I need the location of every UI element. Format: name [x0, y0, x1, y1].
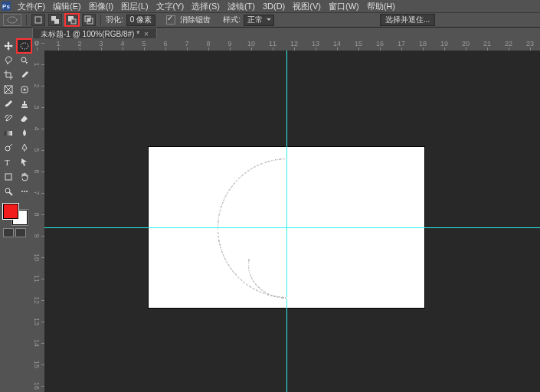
lasso-tool-icon[interactable]	[1, 54, 15, 67]
history-brush-tool-icon[interactable]	[1, 112, 15, 126]
svg-line-23	[9, 192, 12, 195]
ruler-tick: 2	[77, 40, 81, 47]
ruler-tick: 16	[376, 40, 384, 47]
ruler-tick: 6	[163, 40, 167, 47]
ruler-tick: 5	[142, 40, 146, 47]
rectangle-tool-icon[interactable]	[1, 170, 15, 184]
antialias-checkbox[interactable]	[166, 15, 175, 24]
feather-input[interactable]: 0 像素	[126, 15, 155, 26]
svg-point-15	[23, 89, 25, 91]
color-swatches[interactable]	[2, 202, 31, 225]
quick-select-tool-icon[interactable]	[17, 54, 31, 67]
selection-new-icon[interactable]	[31, 14, 45, 26]
menu-layer[interactable]: 图层(L)	[117, 1, 152, 12]
edit-toolbar-icon[interactable]	[17, 185, 31, 198]
ruler-tick: 13	[33, 318, 41, 325]
dodge-tool-icon[interactable]	[1, 141, 15, 155]
menu-3d[interactable]: 3D(D)	[259, 2, 289, 11]
ellipse-marquee-tool-icon[interactable]	[17, 39, 31, 53]
menubar: Ps 文件(F) 编辑(E) 图像(I) 图层(L) 文字(Y) 选择(S) 滤…	[0, 0, 540, 12]
blur-tool-icon[interactable]	[17, 126, 31, 140]
eyedropper-tool-icon[interactable]	[17, 68, 31, 82]
ruler-tick: 2	[33, 83, 41, 87]
feather-label: 羽化:	[106, 15, 123, 25]
ruler-tick: 12	[33, 296, 41, 304]
ruler-horizontal[interactable]: 01234567891011121314151617181920212223	[44, 38, 540, 51]
path-select-tool-icon[interactable]	[17, 155, 31, 169]
ruler-tick: 1	[56, 40, 60, 47]
svg-rect-1	[35, 17, 41, 23]
selection-intersect-icon[interactable]	[82, 14, 96, 26]
svg-rect-16	[5, 131, 12, 136]
crop-tool-icon[interactable]	[1, 68, 15, 82]
menu-view[interactable]: 视图(V)	[289, 1, 325, 12]
ruler-tick: 17	[398, 40, 405, 47]
ruler-tick: 8	[206, 40, 210, 47]
frame-tool-icon[interactable]	[1, 83, 15, 96]
type-tool-icon[interactable]: T	[1, 155, 15, 169]
menu-edit[interactable]: 编辑(E)	[49, 1, 85, 12]
svg-line-18	[9, 144, 12, 147]
menu-select[interactable]: 选择(S)	[188, 1, 224, 12]
ruler-tick: 22	[505, 40, 512, 47]
canvas-area[interactable]	[44, 51, 540, 392]
svg-point-0	[8, 17, 17, 23]
ruler-tick: 6	[33, 169, 41, 173]
ruler-tick: 21	[483, 40, 491, 47]
brush-tool-icon[interactable]	[1, 97, 15, 111]
current-tool-preview[interactable]	[3, 14, 21, 26]
ruler-tick: 4	[120, 40, 124, 47]
ruler-tick: 23	[526, 40, 534, 47]
gradient-tool-icon[interactable]	[1, 126, 15, 140]
ruler-tick: 13	[312, 40, 319, 47]
ruler-tick: 7	[185, 40, 188, 47]
pen-tool-icon[interactable]	[17, 141, 31, 155]
stamp-tool-icon[interactable]	[17, 97, 31, 111]
svg-point-24	[21, 191, 23, 192]
move-tool-icon[interactable]	[1, 39, 15, 53]
spot-heal-tool-icon[interactable]	[17, 83, 31, 96]
foreground-color-swatch[interactable]	[3, 204, 18, 219]
ruler-vertical[interactable]: 012345678910111213141516	[32, 51, 45, 392]
quick-mask-icon[interactable]	[3, 228, 14, 237]
ruler-tick: 12	[290, 40, 298, 47]
app-icon: Ps	[2, 2, 11, 11]
toolbox: T	[0, 38, 33, 392]
svg-point-25	[24, 191, 25, 192]
ruler-tick: 20	[462, 40, 470, 47]
ruler-tick: 5	[33, 148, 41, 152]
ruler-tick: 11	[33, 275, 41, 283]
menu-help[interactable]: 帮助(H)	[363, 1, 399, 12]
ruler-tick: 10	[247, 40, 255, 47]
ruler-tick: 16	[33, 382, 41, 390]
menu-filter[interactable]: 滤镜(T)	[224, 1, 259, 12]
svg-point-9	[21, 43, 28, 49]
quickmask-screenmode	[0, 228, 32, 237]
eraser-tool-icon[interactable]	[17, 112, 31, 126]
ruler-tick: 8	[33, 212, 41, 216]
ruler-tick: 15	[33, 361, 41, 368]
svg-rect-3	[54, 19, 59, 24]
selection-subtract-icon[interactable]	[65, 14, 79, 26]
ruler-tick: 9	[227, 40, 231, 47]
selection-add-icon[interactable]	[48, 14, 62, 26]
ruler-tick: 14	[333, 40, 341, 47]
ruler-tick: 7	[33, 191, 41, 194]
menu-file[interactable]: 文件(F)	[14, 1, 49, 12]
hand-tool-icon[interactable]	[17, 170, 31, 184]
ruler-tick: 1	[33, 62, 41, 66]
menu-type[interactable]: 文字(Y)	[152, 1, 188, 12]
zoom-tool-icon[interactable]	[1, 185, 15, 198]
svg-rect-8	[87, 18, 90, 21]
divider	[100, 15, 101, 25]
workspace: 01234567891011121314151617181920212223 0…	[32, 38, 540, 392]
ruler-tick: 3	[33, 105, 41, 109]
ruler-tick: 18	[419, 40, 427, 47]
style-dropdown[interactable]: 正常	[244, 15, 274, 26]
select-and-mask-button[interactable]: 选择并遮住...	[380, 14, 435, 26]
guide-horizontal[interactable]	[44, 227, 540, 228]
screen-mode-icon[interactable]	[15, 228, 26, 237]
menu-window[interactable]: 窗口(W)	[325, 1, 363, 12]
close-icon[interactable]: ×	[144, 30, 149, 38]
menu-image[interactable]: 图像(I)	[85, 1, 117, 12]
